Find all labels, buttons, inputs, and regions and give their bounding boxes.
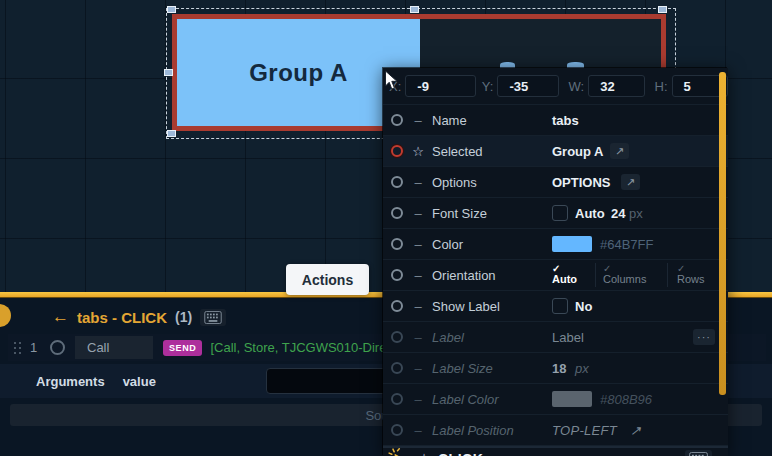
panel-grip-icon[interactable] [0,304,11,327]
radio-icon[interactable] [391,300,403,312]
keyboard-shortcut-icon[interactable] [685,450,712,456]
unlink-dash-icon [411,330,425,345]
orientation-option-auto[interactable]: ✓ Auto [552,260,577,290]
inspector-row-label-color[interactable]: Label Color #808B96 [383,384,728,415]
send-badge: SEND [163,340,202,356]
radio-icon[interactable] [391,331,403,343]
orientation-option-rows[interactable]: ✓ Rows [677,260,705,290]
click-pointer-icon [388,448,409,456]
font-size-unit: px [629,206,643,221]
row-label: Font Size [432,206,487,221]
x-input[interactable]: -9 [405,75,476,97]
label-position-value[interactable]: TOP-LEFT [552,423,617,438]
inspector-row-selected[interactable]: Selected Group A ↗ [383,136,728,167]
unlink-dash-icon [411,423,425,438]
unlink-dash-icon [411,175,425,190]
y-label: Y: [482,79,494,94]
inspector-row-click-event[interactable]: CLICK [383,446,728,456]
keyboard-shortcut-icon[interactable] [200,309,226,326]
inspector-scrollbar[interactable] [719,72,726,395]
drag-handle-icon[interactable] [14,342,20,354]
selected-value[interactable]: Group A [552,144,604,159]
inspector-row-font-size[interactable]: Font Size Auto 24 px [383,198,728,229]
y-input[interactable]: -35 [497,75,558,97]
external-link-icon[interactable]: ↗ [610,143,629,159]
auto-checkbox[interactable] [552,205,568,221]
label-color-swatch[interactable] [552,391,592,407]
selection-handle-top-left[interactable] [167,6,176,13]
click-event-label: CLICK [438,451,483,456]
external-link-icon: ↗ [630,423,641,438]
row-label: Label Size [432,361,493,376]
radio-icon[interactable] [391,424,403,436]
font-size-value[interactable]: 24 [611,206,625,221]
label-size-unit: px [575,361,589,376]
radio-icon[interactable] [391,393,403,405]
star-icon[interactable] [417,451,431,456]
radio-icon[interactable] [391,114,403,126]
mouse-cursor [384,70,399,95]
argument-param-name: value [123,374,156,389]
unlink-dash-icon [411,206,425,221]
inspector-row-orientation[interactable]: Orientation ✓ Auto ✓ Columns ✓ Rows [383,260,728,291]
action-type-select[interactable]: Call [75,336,153,359]
divider [595,263,596,287]
actions-panel-title: tabs - CLICK [77,309,167,326]
auto-checkbox-label: Auto [575,206,605,221]
action-toggle-icon[interactable] [50,340,65,355]
radio-active-icon[interactable] [391,145,403,157]
arguments-label: Arguments [36,374,105,389]
external-link-icon[interactable]: ↗ [621,174,640,190]
inspector-row-name[interactable]: Name tabs [383,105,728,136]
editor-stage: Group A Actions ← tabs - CLICK (1) 1 Cal… [0,0,772,456]
inspector-row-label-size[interactable]: Label Size 18 px [383,353,728,384]
selection-handle-bottom-left[interactable] [167,130,176,137]
row-label: Options [432,175,477,190]
radio-icon[interactable] [391,207,403,219]
row-label: Color [432,237,463,252]
radio-icon[interactable] [391,238,403,250]
radio-icon[interactable] [391,176,403,188]
inspector-row-options[interactable]: Options OPTIONS ↗ [383,167,728,198]
unlink-dash-icon [411,113,425,128]
radio-icon[interactable] [391,362,403,374]
options-value[interactable]: OPTIONS [552,175,611,190]
action-index: 1 [30,340,42,355]
divider [667,263,668,287]
inspector-row-label-position[interactable]: Label Position TOP-LEFT ↗ [383,415,728,446]
unlink-dash-icon [411,237,425,252]
show-label-state: No [575,299,592,314]
w-input[interactable]: 32 [588,75,644,97]
color-swatch[interactable] [552,236,592,252]
label-color-hex[interactable]: #808B96 [600,392,652,407]
actions-count-badge: (1) [175,309,192,325]
name-value[interactable]: tabs [552,113,579,128]
row-label: Label [432,330,464,345]
row-label: Show Label [432,299,500,314]
show-label-checkbox[interactable] [552,298,568,314]
inspector-row-label[interactable]: Label Label ··· [383,322,728,353]
inspector-row-show-label[interactable]: Show Label No [383,291,728,322]
actions-tab-label: Actions [302,272,353,288]
selection-handle-mid-left[interactable] [164,69,173,76]
selection-handle-top-right[interactable] [658,6,667,13]
w-label: W: [569,79,585,94]
label-value[interactable]: Label [552,330,584,345]
row-label: Orientation [432,268,496,283]
orientation-option-columns[interactable]: ✓ Columns [603,260,646,290]
inspector-row-color[interactable]: Color #64B7FF [383,229,728,260]
color-hex-value[interactable]: #64B7FF [600,237,653,252]
back-arrow-icon[interactable]: ← [52,307,69,327]
unlink-dash-icon [411,268,425,283]
more-options-button[interactable]: ··· [693,329,715,345]
actions-panel-header: ← tabs - CLICK (1) [52,307,226,327]
row-label: Name [432,113,467,128]
star-icon[interactable] [411,144,425,159]
label-size-value[interactable]: 18 [552,361,566,376]
unlink-dash-icon [411,361,425,376]
selection-handle-top-mid[interactable] [410,6,419,13]
h-label: H: [655,79,668,94]
radio-icon[interactable] [391,269,403,281]
actions-tab-button[interactable]: Actions [286,264,369,295]
inspector-panel: X: -9 Y: -35 W: 32 H: 5 Name tabs Select… [383,68,728,456]
